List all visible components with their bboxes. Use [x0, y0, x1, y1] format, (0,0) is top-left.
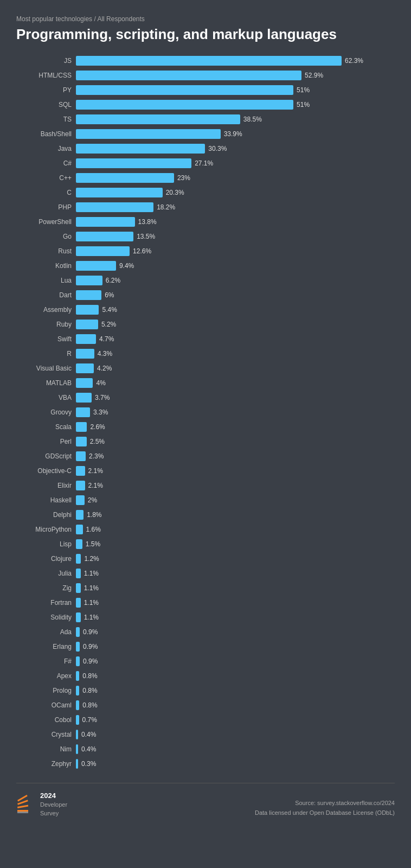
- bar-row: Java30.3%: [16, 143, 395, 155]
- bar-row: PowerShell13.8%: [16, 216, 395, 228]
- bar-track: 33.9%: [76, 129, 395, 139]
- bar-row: MATLAB4%: [16, 377, 395, 389]
- bar-row: Rust12.6%: [16, 245, 395, 257]
- bar-fill: [76, 451, 86, 461]
- bar-label: Bash/Shell: [16, 130, 76, 138]
- bar-track: 4.2%: [76, 363, 395, 373]
- bar-label: Dart: [16, 291, 76, 299]
- bar-fill: [76, 656, 80, 666]
- bar-label: Ada: [16, 628, 76, 636]
- bar-track: 5.2%: [76, 320, 395, 329]
- bar-track: 2.1%: [76, 481, 395, 490]
- bar-track: 13.8%: [76, 217, 395, 227]
- bar-value: 52.9%: [305, 72, 323, 79]
- bar-track: 12.6%: [76, 246, 395, 256]
- bar-value: 6%: [105, 291, 114, 299]
- bar-fill: [76, 290, 101, 300]
- bar-value: 0.8%: [82, 672, 97, 680]
- bar-track: 30.3%: [76, 144, 395, 154]
- bar-track: 1.8%: [76, 510, 395, 520]
- bar-fill: [76, 349, 94, 359]
- bar-row: VBA3.7%: [16, 392, 395, 404]
- bar-track: 27.1%: [76, 158, 395, 168]
- bar-track: 2%: [76, 495, 395, 505]
- footer-logo: 2024 Developer Survey: [16, 791, 67, 818]
- bar-label: Clojure: [16, 555, 76, 563]
- bar-fill: [76, 334, 96, 344]
- bar-fill: [76, 612, 81, 622]
- bar-value: 12.6%: [133, 247, 151, 255]
- bar-label: Zig: [16, 584, 76, 592]
- bar-value: 0.7%: [82, 716, 97, 724]
- bar-track: 0.4%: [76, 744, 395, 754]
- bar-row: SQL51%: [16, 99, 395, 111]
- bar-row: Visual Basic4.2%: [16, 362, 395, 374]
- bar-label: Rust: [16, 247, 76, 255]
- bar-fill: [76, 525, 83, 534]
- bar-fill: [76, 305, 99, 315]
- bar-track: 3.3%: [76, 407, 395, 417]
- bar-fill: [76, 730, 78, 739]
- bar-row: Objective-C2.1%: [16, 465, 395, 477]
- bar-value: 13.5%: [137, 233, 155, 240]
- bar-row: Go13.5%: [16, 231, 395, 242]
- bar-label: Haskell: [16, 496, 76, 504]
- bar-label: Zephyr: [16, 760, 76, 768]
- chart-area: JS62.3%HTML/CSS52.9%PY51%SQL51%TS38.5%Ba…: [16, 55, 395, 770]
- bar-label: HTML/CSS: [16, 72, 76, 79]
- bar-value: 0.9%: [83, 658, 98, 665]
- bar-track: 4.3%: [76, 349, 395, 359]
- bar-value: 2%: [88, 496, 97, 504]
- bar-value: 0.9%: [83, 628, 98, 636]
- bar-track: 0.9%: [76, 656, 395, 666]
- bar-label: PY: [16, 86, 76, 94]
- bar-value: 2.1%: [88, 467, 103, 475]
- bar-row: C20.3%: [16, 187, 395, 199]
- bar-track: 4%: [76, 378, 395, 388]
- bar-label: Scala: [16, 423, 76, 431]
- bar-track: 6.2%: [76, 276, 395, 285]
- subtitle: Most popular technologies / All Responde…: [16, 15, 395, 23]
- bar-fill: [76, 481, 85, 490]
- bar-label: Erlang: [16, 643, 76, 650]
- bar-track: 0.7%: [76, 715, 395, 725]
- bar-label: Apex: [16, 672, 76, 680]
- bar-label: C++: [16, 174, 76, 182]
- bar-fill: [76, 246, 130, 256]
- bar-track: 52.9%: [76, 71, 395, 80]
- bar-track: 6%: [76, 290, 395, 300]
- bar-row: Erlang0.9%: [16, 641, 395, 653]
- bar-track: 23%: [76, 173, 395, 183]
- svg-rect-4: [17, 812, 28, 813]
- bar-row: Elixir2.1%: [16, 480, 395, 492]
- bar-label: Swift: [16, 335, 76, 343]
- bar-track: 1.2%: [76, 554, 395, 564]
- bar-track: 0.9%: [76, 627, 395, 637]
- bar-value: 9.4%: [119, 262, 134, 270]
- bar-label: Groovy: [16, 409, 76, 416]
- bar-track: 13.5%: [76, 232, 395, 241]
- bar-track: 18.2%: [76, 202, 395, 212]
- bar-value: 1.1%: [84, 614, 99, 621]
- bar-value: 3.7%: [95, 394, 110, 401]
- bar-label: Elixir: [16, 482, 76, 489]
- bar-row: Delphi1.8%: [16, 509, 395, 521]
- bar-track: 2.1%: [76, 466, 395, 476]
- survey-logo-icon: [16, 795, 36, 814]
- bar-label: SQL: [16, 101, 76, 108]
- bar-track: 1.1%: [76, 583, 395, 593]
- bar-label: MATLAB: [16, 379, 76, 387]
- bar-row: Zig1.1%: [16, 582, 395, 594]
- bar-track: 0.8%: [76, 671, 395, 681]
- bar-row: F#0.9%: [16, 655, 395, 667]
- bar-value: 38.5%: [243, 116, 262, 123]
- bar-row: Dart6%: [16, 289, 395, 301]
- bar-label: JS: [16, 57, 76, 65]
- bar-value: 23%: [177, 174, 190, 182]
- bar-label: Objective-C: [16, 467, 76, 475]
- bar-value: 1.5%: [86, 540, 100, 548]
- bar-value: 2.3%: [89, 452, 104, 460]
- bar-value: 4.3%: [98, 350, 112, 358]
- bar-fill: [76, 232, 133, 241]
- bar-fill: [76, 393, 92, 403]
